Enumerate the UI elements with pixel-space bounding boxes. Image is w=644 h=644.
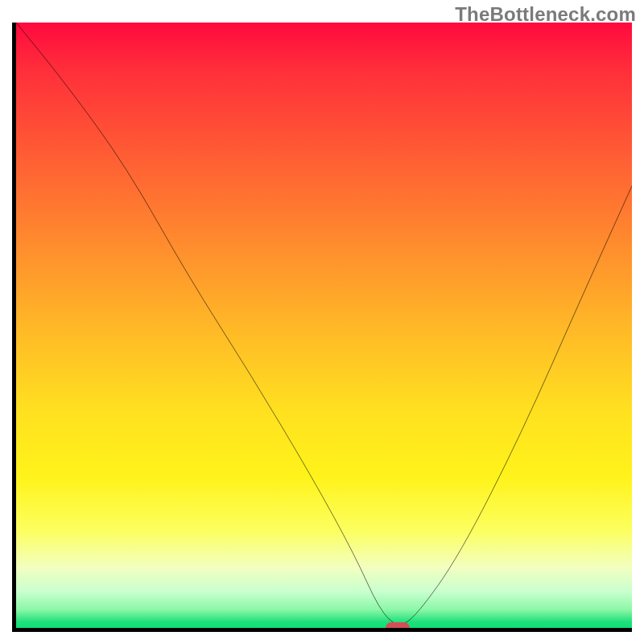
chart-container: TheBottleneck.com — [0, 0, 644, 644]
bottleneck-curve — [16, 23, 632, 628]
minimum-marker-icon — [386, 622, 410, 632]
plot-area — [12, 23, 632, 632]
watermark-text: TheBottleneck.com — [455, 3, 636, 26]
